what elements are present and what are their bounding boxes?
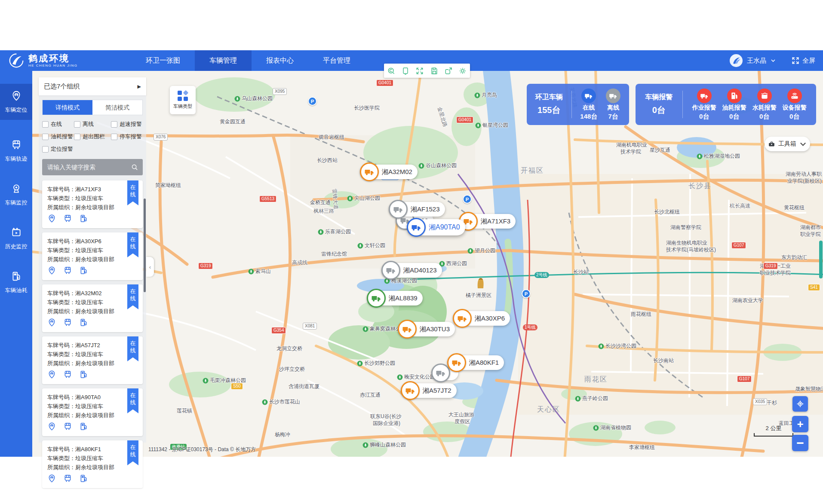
map-label: 月亮岛 — [474, 92, 497, 99]
vehicle-card[interactable]: 车牌号码：湘A32M02 车辆类型：垃圾压缩车 所属组织：厨余垃圾项目部 在线 — [42, 284, 143, 332]
fuel-vehicle-icon[interactable] — [79, 474, 88, 485]
device-alarm-icon — [787, 89, 802, 103]
nav-tab-sanitation-map[interactable]: 环卫一张图 — [131, 50, 195, 71]
track-vehicle-icon[interactable] — [63, 422, 72, 433]
nav-tab-platform-mgmt[interactable]: 平台管理 — [308, 50, 365, 71]
fuel-vehicle-icon[interactable] — [79, 318, 88, 329]
sidebar-item-monitor[interactable]: 车辆监控 — [0, 177, 32, 213]
nav-tab-report-center[interactable]: 报表中心 — [252, 50, 308, 71]
locate-vehicle-icon[interactable] — [47, 370, 56, 381]
vehicle-type: 车辆类型：垃圾压缩车 — [47, 454, 138, 463]
track-vehicle-icon[interactable] — [63, 214, 72, 225]
fuel-vehicle-icon[interactable] — [79, 370, 88, 381]
tab-mode-1[interactable]: 简洁模式 — [92, 100, 142, 115]
locate-vehicle-icon[interactable] — [47, 474, 56, 485]
map-scale: 2 公里 — [754, 425, 793, 437]
save-icon[interactable] — [430, 67, 439, 75]
filter-checkbox-0[interactable]: 在线 — [42, 120, 74, 128]
chevron-down-icon[interactable] — [771, 58, 776, 63]
checkbox-icon — [42, 121, 49, 128]
vehicle-card[interactable]: 车牌号码：湘A80KF1 车辆类型：垃圾压缩车 所属组织：厨余垃圾项目部 在线 — [42, 440, 143, 488]
map-label: 枫林三路 — [313, 208, 334, 215]
sidebar-item-locate[interactable]: 车辆定位 — [0, 84, 32, 120]
video-icon — [11, 227, 22, 240]
vehicle-card[interactable]: 车牌号码：湘A30XP6 车辆类型：垃圾压缩车 所属组织：厨余垃圾项目部 在线 — [42, 232, 143, 280]
settings-icon[interactable] — [458, 67, 467, 75]
vehicle-card[interactable]: 车牌号码：湘A57JT2 车辆类型：垃圾压缩车 所属组织：厨余垃圾项目部 在线 — [42, 336, 143, 384]
vehicle-type: 车辆类型：垃圾压缩车 — [47, 194, 138, 203]
vehicle-type-button[interactable]: 车辆类型 — [170, 86, 196, 114]
marker-plate: 湘A90TA0 — [429, 223, 460, 232]
vehicle-org: 所属组织：厨余垃圾项目部 — [47, 307, 138, 316]
filter-checkbox-3[interactable]: 油耗报警 — [42, 133, 74, 141]
alarm-stat-item: 油耗报警 0台 — [722, 89, 746, 121]
map-label: 雨花区 — [584, 375, 608, 384]
fuel-vehicle-icon[interactable] — [79, 266, 88, 277]
fullscreen-button[interactable]: 全屏 — [791, 56, 815, 65]
nav-tab-vehicle-mgmt[interactable]: 车辆管理 — [195, 50, 252, 71]
toolbox-button[interactable]: 工具箱 — [765, 137, 810, 151]
org-selector[interactable]: 已选7个组织 ▶ — [39, 77, 146, 95]
sidebar-item-fuel[interactable]: 车辆油耗 — [0, 264, 32, 300]
track-vehicle-icon[interactable] — [63, 266, 72, 277]
vehicle-marker[interactable]: 湘AD40123 — [382, 263, 442, 278]
offline-count: 7台 — [608, 113, 618, 121]
alarm-stat-item: 设备报警 0台 — [783, 89, 807, 121]
share-icon[interactable] — [444, 67, 453, 75]
user-avatar[interactable] — [730, 54, 743, 67]
alarm-stat-item: 水耗报警 0台 — [752, 89, 777, 121]
locate-vehicle-icon[interactable] — [47, 266, 56, 277]
filter-checkbox-1[interactable]: 离线 — [74, 120, 111, 128]
vehicle-card[interactable]: 车牌号码：湘A71XF3 车辆类型：垃圾压缩车 所属组织：厨余垃圾项目部 在线 — [42, 180, 143, 228]
tab-mode-0[interactable]: 详情模式 — [43, 100, 92, 115]
zoom-in-button[interactable]: + — [792, 416, 808, 432]
panel-collapse-handle[interactable]: ‹ — [146, 257, 154, 277]
vehicle-actions — [47, 474, 138, 485]
user-name[interactable]: 王水晶 — [747, 57, 766, 65]
vehicle-actions — [47, 318, 138, 329]
fuel-vehicle-icon[interactable] — [79, 422, 88, 433]
locate-vehicle-icon[interactable] — [47, 214, 56, 225]
locate-vehicle-icon[interactable] — [47, 318, 56, 329]
track-vehicle-icon[interactable] — [63, 318, 72, 329]
track-vehicle-icon[interactable] — [63, 474, 72, 485]
map-label: 松雅湖湿地公园 — [697, 153, 740, 160]
map-label: 李家塘枢纽 — [629, 444, 655, 451]
locate-vehicle-icon[interactable] — [47, 422, 56, 433]
filter-checkbox-6[interactable]: 定位报警 — [42, 145, 74, 153]
map-badge: 1号线 — [523, 324, 537, 330]
filter-checkbox-4[interactable]: 超出围栏 — [74, 133, 111, 141]
map-label: 观音岩枢纽 — [319, 134, 344, 141]
list-scrollbar[interactable] — [144, 199, 146, 292]
zoom-out-button[interactable]: − — [792, 435, 808, 451]
vehicle-marker[interactable]: 湘A30XP6 — [453, 311, 510, 326]
filter-checkbox-2[interactable]: 超速报警 — [111, 120, 143, 128]
vehicle-marker[interactable]: 湘A90TA0 — [407, 219, 465, 235]
vehicle-marker[interactable]: 湘A71XF3 — [459, 214, 516, 229]
search-icon[interactable] — [131, 164, 138, 171]
sidebar-item-history[interactable]: 历史监控 — [0, 220, 32, 257]
map-label: 湖南农业大学 — [732, 297, 763, 304]
search-input[interactable] — [46, 163, 131, 171]
page-scrollbar-thumb[interactable] — [819, 241, 823, 278]
sidebar-item-track[interactable]: 车辆轨迹 — [0, 133, 32, 169]
screen-icon[interactable] — [401, 67, 410, 75]
vehicle-marker[interactable]: 湘AF1523 — [389, 202, 445, 217]
center-icon[interactable] — [387, 67, 396, 75]
vehicle-card[interactable]: 车牌号码：湘A90TA0 车辆类型：垃圾压缩车 所属组织：厨余垃圾项目部 在线 — [42, 388, 143, 436]
vehicle-marker[interactable]: 湘AL8839 — [367, 291, 423, 305]
checkbox-icon — [111, 121, 117, 128]
fuel-vehicle-icon[interactable] — [79, 214, 88, 225]
alarm-item-count: 0台 — [699, 113, 709, 121]
locate-button[interactable] — [792, 396, 808, 412]
left-sidebar: 车辆定位 车辆轨迹 车辆监控 历史监控 车辆油耗 — [0, 71, 32, 457]
app-root: 乌山森林公园月亮岛银星湾公园谷山森林公园尖山湖公园乐喜湖公园文轩公园西湖公园望月… — [0, 0, 823, 504]
vehicle-marker[interactable]: 湘A57JT2 — [401, 383, 457, 398]
vehicle-marker[interactable]: 湘A32M02 — [360, 165, 418, 179]
vehicle-marker[interactable]: 湘A80KF1 — [448, 355, 504, 370]
map-label: 高成线 — [292, 259, 307, 266]
filter-checkbox-5[interactable]: 停车报警 — [111, 133, 143, 141]
track-vehicle-icon[interactable] — [63, 370, 72, 381]
vehicle-marker[interactable]: 湘A30TU3 — [398, 322, 455, 336]
expand-icon[interactable] — [415, 67, 424, 75]
